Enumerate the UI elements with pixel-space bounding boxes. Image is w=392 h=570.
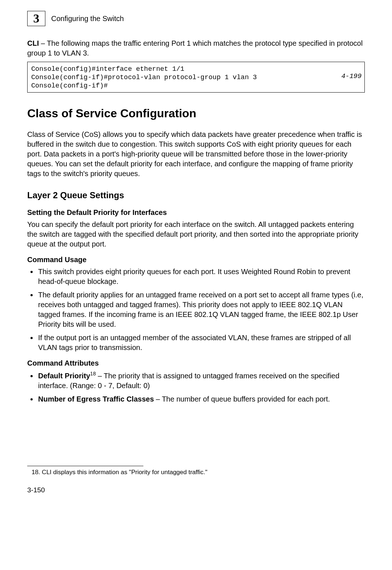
cli-intro-text: – The following maps the traffic enterin… [27, 39, 363, 57]
code-block: Console(config)#interface ethernet 1/1 C… [27, 62, 365, 93]
subsection-title: Layer 2 Queue Settings [27, 190, 365, 201]
subsub-title: Setting the Default Priority for Interfa… [27, 208, 365, 217]
footnote-num: 18. [32, 469, 40, 476]
code-line-2: Console(config-if)#protocol-vlan protoco… [31, 74, 257, 81]
attr-text: – The number of queue buffers provided f… [154, 395, 330, 403]
page-header: 3 Configuring the Switch [27, 11, 365, 26]
cli-label: CLI [27, 39, 39, 47]
list-item: The default priority applies for an unta… [37, 290, 365, 329]
subsub-body: You can specify the default port priorit… [27, 220, 365, 249]
header-title: Configuring the Switch [51, 14, 124, 24]
list-item: This switch provides eight priority queu… [37, 267, 365, 286]
code-line-1: Console(config)#interface ethernet 1/1 [31, 65, 184, 73]
list-item: Default Priority18 – The priority that i… [37, 370, 365, 391]
section-title: Class of Service Configuration [27, 106, 365, 121]
command-usage-list: This switch provides eight priority queu… [27, 267, 365, 353]
code-line-3: Console(config-if)# [31, 82, 108, 90]
command-attributes-list: Default Priority18 – The priority that i… [27, 370, 365, 404]
attr-label: Default Priority [38, 372, 90, 380]
list-item: If the output port is an untagged member… [37, 333, 365, 353]
command-attributes-title: Command Attributes [27, 358, 365, 368]
code-page-ref: 4-199 [341, 72, 362, 81]
page-number: 3-150 [27, 485, 365, 495]
footnote-ref: 18 [90, 371, 96, 376]
footnote-rule [27, 466, 143, 466]
footnote: 18. CLI displays this information as "Pr… [32, 468, 365, 477]
footnote-text: CLI displays this information as "Priori… [40, 469, 208, 476]
command-usage-title: Command Usage [27, 255, 365, 265]
page: 3 Configuring the Switch CLI – The follo… [0, 0, 392, 570]
section-body: Class of Service (CoS) allows you to spe… [27, 130, 365, 179]
list-item: Number of Egress Traffic Classes – The n… [37, 394, 365, 404]
attr-label: Number of Egress Traffic Classes [38, 395, 154, 403]
cli-intro: CLI – The following maps the traffic ent… [27, 38, 365, 58]
chapter-number-icon: 3 [27, 11, 45, 26]
